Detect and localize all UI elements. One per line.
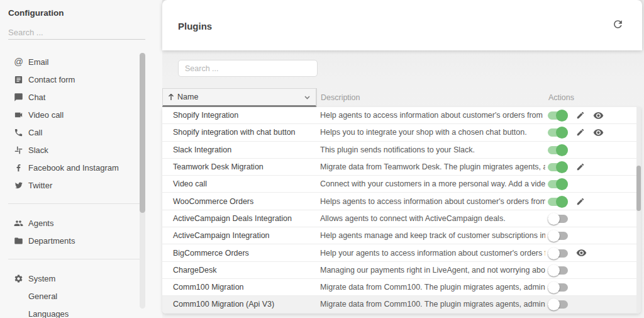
icon-spacer — [14, 292, 23, 301]
plugin-actions — [545, 126, 641, 139]
sidebar-item-call[interactable]: Call — [0, 123, 140, 141]
plugin-name: Shopify integration with chat button — [162, 128, 316, 137]
plugin-name: Comm100 Migration — [162, 283, 316, 292]
plugin-toggle[interactable] — [548, 264, 568, 276]
sidebar-item-system[interactable]: System — [0, 270, 140, 287]
plugins-table-body: Shopify IntegrationHelp agents to access… — [162, 107, 641, 314]
plugin-actions — [545, 264, 641, 276]
plugin-name: ActiveCampaign Integration — [162, 231, 316, 240]
sort-ascending-icon — [168, 93, 174, 101]
sidebar-item-slack[interactable]: Slack — [0, 141, 140, 159]
plugin-toggle[interactable] — [548, 298, 568, 310]
plugin-actions — [545, 144, 641, 156]
sidebar-item-chat[interactable]: Chat — [0, 88, 140, 106]
toggle-knob — [548, 230, 560, 242]
plugin-name: Slack Integration — [162, 145, 316, 154]
sidebar-divider — [8, 259, 140, 259]
eye-icon — [593, 127, 604, 138]
view-button[interactable] — [576, 247, 587, 258]
column-header-name-label: Name — [177, 93, 198, 101]
system-icon — [14, 274, 23, 283]
plugin-description: Connect with your customers in a more pe… — [316, 179, 545, 188]
table-row: ActiveCampaign Deals IntegrationAllows a… — [162, 210, 641, 227]
plugin-name: ActiveCampaign Deals Integration — [162, 214, 316, 223]
table-scrollbar-track[interactable] — [636, 107, 641, 314]
sidebar-item-label: Departments — [28, 236, 75, 246]
edit-button[interactable] — [576, 162, 585, 171]
table-row: BigCommerce OrdersHelp your agents to ac… — [162, 244, 641, 261]
plugin-toggle[interactable] — [548, 178, 568, 190]
plugin-actions — [545, 281, 641, 293]
column-header-name[interactable]: Name — [162, 88, 316, 107]
view-button[interactable] — [593, 127, 604, 138]
sidebar-item-label: Chat — [28, 93, 45, 102]
refresh-button[interactable] — [610, 18, 625, 33]
plugin-actions — [545, 229, 641, 242]
sidebar-item-video-call[interactable]: Video call — [0, 106, 140, 123]
sidebar-item-label: Email — [28, 57, 49, 67]
departments-icon — [14, 236, 23, 246]
plugin-actions — [545, 178, 641, 190]
sidebar-item-label: Video call — [28, 110, 64, 120]
sidebar-item-label: Twitter — [28, 181, 52, 190]
sidebar-item-general[interactable]: General — [0, 287, 140, 305]
edit-button[interactable] — [576, 111, 585, 120]
plugin-description: Managing our payments right in LiveAgent… — [316, 266, 545, 275]
table-row: WooCommerce OrdersHelps agents to access… — [162, 193, 641, 210]
toggle-knob — [548, 247, 560, 259]
sidebar-item-facebook-and-instagram[interactable]: Facebook and Instagram — [0, 159, 140, 176]
plugin-description: Migrate data from Comm100. The plugin mi… — [316, 283, 545, 292]
plugin-toggle[interactable] — [548, 247, 568, 259]
table-row: Comm100 Migration (Api V3)Migrate data f… — [162, 296, 641, 313]
plugin-toggle[interactable] — [548, 109, 568, 122]
plugin-actions — [545, 109, 641, 122]
page-title: Plugins — [178, 21, 212, 31]
plugin-toggle[interactable] — [548, 126, 568, 139]
pencil-icon — [576, 111, 585, 120]
plugin-toggle[interactable] — [548, 195, 568, 208]
toggle-knob — [556, 178, 568, 190]
plugin-description: Helps you to integrate your shop with a … — [316, 128, 545, 137]
view-button[interactable] — [593, 110, 604, 121]
edit-button[interactable] — [576, 128, 585, 137]
sidebar-title: Configuration — [8, 8, 64, 18]
plugin-name: Shopify Integration — [162, 111, 316, 120]
sidebar-item-contact-form[interactable]: Contact form — [0, 71, 140, 88]
sidebar-item-label: Call — [28, 128, 42, 137]
plugin-toggle[interactable] — [548, 161, 568, 173]
sidebar-item-agents[interactable]: Agents — [0, 214, 140, 232]
slack-icon — [14, 145, 23, 155]
sidebar-item-label: Contact form — [28, 75, 75, 84]
sidebar-item-departments[interactable]: Departments — [0, 232, 140, 249]
refresh-icon — [612, 23, 624, 32]
table-row: Shopify integration with chat buttonHelp… — [162, 124, 641, 141]
sidebar-scrollbar-thumb[interactable] — [140, 53, 145, 213]
sidebar-item-label: Languages — [28, 309, 69, 318]
table-row: Slack IntegrationThis plugin sends notif… — [162, 142, 641, 159]
plugins-search-input[interactable] — [178, 60, 318, 77]
table-scrollbar-thumb[interactable] — [636, 166, 641, 211]
table-row: ChargeDeskManaging our payments right in… — [162, 262, 641, 279]
video-call-icon — [14, 110, 23, 120]
sidebar-item-languages[interactable]: Languages — [0, 305, 140, 318]
edit-button[interactable] — [576, 197, 585, 206]
toggle-knob — [548, 298, 560, 310]
table-row: Teamwork Desk MigrationMigrate data from… — [162, 159, 641, 176]
sidebar-item-label: Agents — [28, 219, 53, 228]
facebook-icon — [14, 163, 23, 173]
sidebar-item-label: General — [28, 292, 57, 301]
sidebar-scrollbar-track[interactable] — [140, 53, 145, 309]
agents-icon — [14, 219, 23, 228]
sidebar-item-email[interactable]: @Email — [0, 53, 140, 71]
plugin-toggle[interactable] — [548, 144, 568, 156]
plugin-actions — [545, 247, 641, 259]
plugin-actions — [545, 212, 641, 225]
sidebar-item-twitter[interactable]: Twitter — [0, 176, 140, 194]
plugin-actions — [545, 161, 641, 173]
plugin-toggle[interactable] — [548, 281, 568, 293]
plugin-toggle[interactable] — [548, 212, 568, 225]
plugin-toggle[interactable] — [548, 229, 568, 242]
sidebar-search-input[interactable] — [8, 25, 145, 40]
pencil-icon — [576, 162, 585, 171]
plugin-description: Migrate data from Comm100. The plugin mi… — [316, 300, 545, 309]
